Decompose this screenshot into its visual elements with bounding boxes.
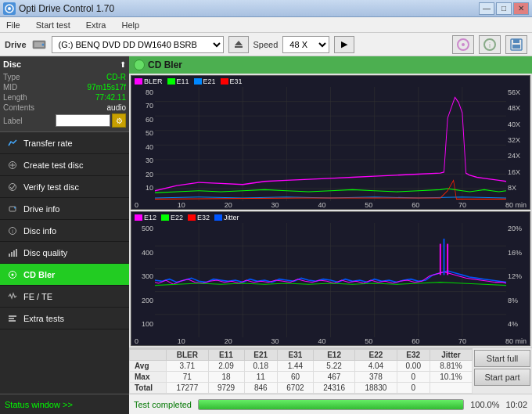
e21-legend-label: E21 bbox=[203, 77, 216, 85]
disc-label-input[interactable] bbox=[56, 114, 110, 127]
speed-arrow-button[interactable]: ▶ bbox=[334, 36, 354, 53]
chart1-main bbox=[155, 87, 506, 201]
menu-file[interactable]: File bbox=[3, 19, 23, 31]
disc-label-settings-button[interactable]: ⚙ bbox=[112, 113, 126, 128]
charts-wrapper: BLER E11 E21 E31 bbox=[129, 74, 532, 347]
max-e21: 11 bbox=[244, 372, 277, 383]
maximize-button[interactable]: □ bbox=[496, 2, 512, 15]
sidebar-item-create-test-disc[interactable]: Create test disc bbox=[0, 154, 129, 176]
drivebar: Drive (G:) BENQ DVD DD DW1640 BSRB Speed… bbox=[0, 33, 532, 56]
e31-color-swatch bbox=[221, 78, 228, 85]
th-bler: BLER bbox=[167, 350, 208, 361]
start-full-button[interactable]: Start full bbox=[474, 350, 530, 367]
bottom-bar: Test completed 100.0% 10:02 bbox=[129, 394, 532, 414]
chart1-legend-e21: E21 bbox=[194, 77, 216, 85]
svg-rect-30 bbox=[9, 320, 16, 322]
avg-e32: 0.00 bbox=[397, 361, 430, 372]
test-status: Test completed bbox=[134, 400, 192, 409]
sidebar-item-disc-info[interactable]: i Disc info bbox=[0, 220, 129, 242]
menu-start-test[interactable]: Start test bbox=[33, 19, 74, 31]
total-jitter bbox=[430, 383, 472, 394]
sidebar-item-verify-test-disc[interactable]: Verify test disc bbox=[0, 176, 129, 198]
info-icon-button[interactable]: i bbox=[479, 35, 501, 54]
status-window-button[interactable]: Status window >> bbox=[0, 394, 129, 414]
chart1-svg bbox=[155, 87, 506, 201]
jitter-color-swatch bbox=[214, 214, 222, 221]
drive-info-icon bbox=[6, 203, 19, 215]
eject-button[interactable] bbox=[228, 36, 249, 53]
chart2-content: 500 400 300 200 100 bbox=[131, 223, 530, 345]
sidebar-item-cd-bler[interactable]: CD Bler bbox=[0, 264, 129, 286]
menubar: File Start test Extra Help bbox=[0, 17, 532, 33]
total-e11: 9729 bbox=[208, 383, 244, 394]
svg-text:i: i bbox=[12, 229, 13, 234]
disc-icon-button[interactable] bbox=[452, 35, 474, 54]
svg-rect-25 bbox=[16, 249, 17, 257]
progress-bar bbox=[198, 399, 464, 410]
avg-bler: 3.71 bbox=[167, 361, 208, 372]
save-icon-button[interactable] bbox=[505, 35, 527, 54]
drive-select[interactable]: (G:) BENQ DVD DD DW1640 BSRB bbox=[52, 36, 224, 53]
data-section: BLER E11 E21 E31 E12 E22 E32 Jitter Avg bbox=[129, 347, 532, 394]
sidebar-label-transfer-rate: Transfer rate bbox=[23, 139, 73, 148]
sidebar-item-fe-te[interactable]: FE / TE bbox=[0, 286, 129, 308]
chart1-legend: BLER E11 E21 E31 bbox=[131, 76, 530, 87]
data-table: BLER E11 E21 E31 E12 E22 E32 Jitter Avg bbox=[129, 348, 473, 394]
cd-bler-header-icon bbox=[134, 59, 145, 70]
bler-legend-label: BLER bbox=[144, 77, 163, 85]
svg-rect-22 bbox=[9, 254, 10, 257]
extra-tests-icon bbox=[6, 312, 19, 325]
menu-extra[interactable]: Extra bbox=[83, 19, 110, 31]
chart-title: CD Bler bbox=[148, 59, 182, 70]
e12-color-swatch bbox=[135, 214, 142, 221]
sidebar-label-drive-info: Drive info bbox=[23, 204, 59, 214]
speed-select[interactable]: 48 X bbox=[282, 36, 329, 53]
table-row-max: Max 71 18 11 60 467 378 0 10.1% bbox=[130, 372, 473, 383]
sidebar-item-transfer-rate[interactable]: Transfer rate bbox=[0, 132, 129, 154]
max-e11: 18 bbox=[208, 372, 244, 383]
max-e31: 60 bbox=[277, 372, 313, 383]
chart-header: CD Bler bbox=[129, 56, 532, 74]
disc-collapse-arrow[interactable]: ⬆ bbox=[120, 60, 126, 69]
table-header-row: BLER E11 E21 E31 E12 E22 E32 Jitter bbox=[130, 350, 473, 361]
sidebar-item-extra-tests[interactable]: Extra tests bbox=[0, 308, 129, 329]
transfer-rate-icon bbox=[6, 137, 19, 149]
chart1-legend-bler: BLER bbox=[135, 77, 163, 85]
svg-rect-24 bbox=[13, 250, 15, 257]
th-e21: E21 bbox=[244, 350, 277, 361]
svg-point-4 bbox=[41, 43, 44, 45]
avg-jitter: 8.81% bbox=[430, 361, 472, 372]
avg-e11: 2.09 bbox=[208, 361, 244, 372]
svg-point-1 bbox=[8, 7, 11, 10]
sidebar-label-disc-info: Disc info bbox=[23, 226, 56, 236]
chart1-legend-e31: E31 bbox=[221, 77, 243, 85]
total-e12: 24316 bbox=[313, 383, 354, 394]
max-e12: 467 bbox=[313, 372, 354, 383]
chart2-box: E12 E22 E32 Jitter bbox=[131, 211, 530, 346]
chart2-legend-e12: E12 bbox=[135, 214, 156, 221]
verify-test-disc-icon bbox=[6, 181, 19, 193]
close-button[interactable]: ✕ bbox=[513, 2, 529, 15]
svg-point-19 bbox=[14, 207, 16, 208]
drive-label: Drive bbox=[5, 40, 27, 49]
svg-rect-28 bbox=[9, 315, 16, 317]
start-part-button[interactable]: Start part bbox=[474, 369, 530, 386]
sidebar-label-disc-quality: Disc quality bbox=[23, 248, 67, 257]
bler-color-swatch bbox=[135, 78, 142, 85]
chart1-y-left: 80 70 60 50 40 30 20 10 bbox=[131, 87, 155, 201]
chart2-legend-e32: E32 bbox=[188, 214, 210, 221]
table-row-avg: Avg 3.71 2.09 0.18 1.44 5.22 4.04 0.00 8… bbox=[130, 361, 473, 372]
minimize-button[interactable]: — bbox=[479, 2, 494, 15]
total-e31: 6702 bbox=[277, 383, 313, 394]
fe-te-icon bbox=[6, 290, 19, 303]
sidebar-item-disc-quality[interactable]: Disc quality bbox=[0, 242, 129, 264]
disc-contents-label: Contents bbox=[3, 103, 34, 112]
menu-help[interactable]: Help bbox=[118, 19, 142, 31]
e11-legend-label: E11 bbox=[177, 77, 189, 85]
sidebar-item-drive-info[interactable]: Drive info bbox=[0, 198, 129, 220]
left-panel: Disc ⬆ Type CD-R MID 97m15s17f Length 77… bbox=[0, 56, 129, 414]
stats-table: BLER E11 E21 E31 E12 E22 E32 Jitter Avg bbox=[129, 349, 473, 394]
max-bler: 71 bbox=[167, 372, 208, 383]
right-panel: CD Bler BLER E11 E21 bbox=[129, 56, 532, 414]
total-e22: 18830 bbox=[355, 383, 397, 394]
